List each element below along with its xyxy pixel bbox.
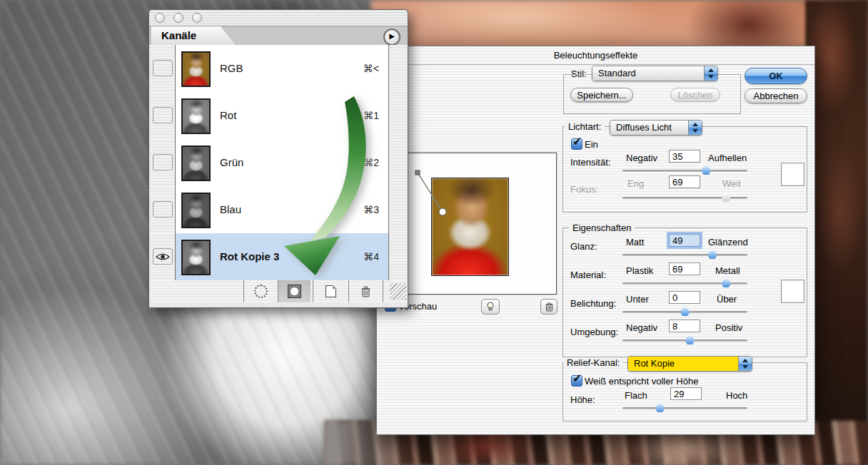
visibility-toggle[interactable] xyxy=(153,201,173,218)
slider-thumb-icon[interactable] xyxy=(680,307,690,316)
popup-stepper-icon xyxy=(738,357,752,371)
window-close-button[interactable] xyxy=(155,13,165,23)
exposure-input[interactable] xyxy=(669,291,700,304)
palette-menu-button[interactable]: ▶ xyxy=(383,29,400,46)
intensity-min-label: Negativ xyxy=(626,153,657,163)
palette-tab-row: Kanäle ▶ xyxy=(149,26,408,46)
focus-label: Fokus: xyxy=(570,184,598,195)
load-selection-button[interactable] xyxy=(243,280,278,302)
gloss-max-label: Glänzend xyxy=(708,237,748,247)
new-channel-button[interactable] xyxy=(313,280,348,302)
channel-label: Grün xyxy=(220,156,243,168)
trash-icon xyxy=(545,302,553,312)
texture-channel-popup[interactable]: Rot Kopie xyxy=(627,356,752,372)
focus-input[interactable] xyxy=(669,175,700,188)
ambience-max-label: Positiv xyxy=(715,322,742,333)
channel-label: RGB xyxy=(220,62,243,74)
visibility-toggle[interactable] xyxy=(153,107,173,123)
light-handle[interactable] xyxy=(439,208,446,215)
light-on-checkbox[interactable]: ✓ xyxy=(571,138,582,150)
slider-thumb-icon[interactable] xyxy=(722,193,731,202)
save-selection-button[interactable] xyxy=(278,280,311,302)
lighting-effects-dialog: Beleuchtungseffekte ✓ Vorschau xyxy=(376,46,815,435)
save-button[interactable]: Speichern... xyxy=(570,88,633,102)
eye-icon xyxy=(156,252,170,261)
height-input[interactable] xyxy=(670,387,702,400)
slider-thumb-icon[interactable] xyxy=(655,403,665,412)
channel-thumbnail xyxy=(181,51,211,87)
light-color-swatch[interactable] xyxy=(781,163,804,186)
visibility-cell[interactable] xyxy=(149,92,176,139)
popup-stepper-icon xyxy=(704,66,717,81)
white-is-high-label: Weiß entspricht voller Höhe xyxy=(585,376,698,387)
texture-channel-label: Relief-Kanal: xyxy=(563,357,623,368)
visibility-toggle[interactable] xyxy=(153,154,173,170)
dialog-title: Beleuchtungseffekte xyxy=(377,50,814,61)
channel-thumbnail xyxy=(181,193,211,228)
light-on-label: Ein xyxy=(585,139,598,150)
material-max-label: Metall xyxy=(715,265,740,276)
ambience-slider[interactable] xyxy=(622,335,747,345)
delete-button[interactable]: Löschen xyxy=(670,88,720,102)
focus-max-label: Weit xyxy=(722,178,741,189)
load-selection-icon xyxy=(254,285,268,298)
cancel-button[interactable]: Abbrechen xyxy=(745,88,807,103)
visibility-toggle[interactable] xyxy=(153,248,173,265)
height-slider[interactable] xyxy=(622,403,747,413)
gloss-label: Glanz: xyxy=(570,241,597,252)
palette-menu-icon: ▶ xyxy=(389,32,395,40)
light-direction-overlay xyxy=(388,153,556,294)
slider-thumb-icon[interactable] xyxy=(702,165,711,175)
channel-label: Rot xyxy=(220,109,236,121)
intensity-max-label: Aufhellen xyxy=(708,153,747,163)
material-label: Material: xyxy=(570,270,606,280)
channel-row-rgb[interactable]: RGB ⌘< xyxy=(149,45,388,93)
style-popup[interactable]: Standard xyxy=(592,66,718,81)
light-type-popup[interactable]: Diffuses Licht xyxy=(610,120,702,136)
title-separator xyxy=(377,64,814,65)
exposure-label: Belichtung: xyxy=(570,298,616,309)
intensity-label: Intensität: xyxy=(570,157,610,168)
focus-min-label: Eng xyxy=(627,178,644,189)
slider-thumb-icon[interactable] xyxy=(708,250,717,259)
material-min-label: Plastik xyxy=(626,265,653,276)
palette-resize-corner[interactable] xyxy=(383,280,408,302)
material-color-swatch[interactable] xyxy=(781,280,804,303)
visibility-toggle[interactable] xyxy=(153,60,173,76)
new-channel-icon xyxy=(326,285,336,297)
intensity-slider[interactable] xyxy=(622,165,747,175)
ambience-min-label: Negativ xyxy=(626,322,657,333)
visibility-cell[interactable] xyxy=(149,186,176,233)
focus-slider[interactable] xyxy=(622,193,747,203)
slider-thumb-icon[interactable] xyxy=(685,335,695,344)
material-input[interactable] xyxy=(669,262,700,275)
window-minimize-button[interactable] xyxy=(173,13,183,23)
texture-channel-groupbox: Relief-Kanal: Rot Kopie ✓ Weiß entsprich… xyxy=(562,362,807,421)
slider-thumb-icon[interactable] xyxy=(722,278,731,287)
palette-toolbar xyxy=(149,280,408,302)
popup-stepper-icon xyxy=(688,121,702,135)
height-min-label: Flach xyxy=(625,390,647,401)
palette-titlebar[interactable] xyxy=(149,10,408,26)
ok-button[interactable]: OK xyxy=(745,68,807,84)
delete-channel-button[interactable] xyxy=(348,280,383,302)
exposure-min-label: Unter xyxy=(626,294,649,305)
channel-thumbnail xyxy=(181,240,211,275)
gloss-input[interactable] xyxy=(669,234,700,247)
preview-area xyxy=(388,153,557,295)
intensity-input[interactable] xyxy=(669,150,700,163)
exposure-slider[interactable] xyxy=(622,307,747,317)
material-slider[interactable] xyxy=(622,278,747,288)
visibility-cell[interactable] xyxy=(149,139,176,186)
channel-label: Rot Kopie 3 xyxy=(220,250,279,262)
properties-label: Eigenschaften xyxy=(569,223,635,233)
visibility-cell[interactable] xyxy=(149,45,176,92)
gloss-slider[interactable] xyxy=(622,250,747,260)
delete-light-button[interactable] xyxy=(540,299,557,315)
tab-channels[interactable]: Kanäle xyxy=(151,26,236,45)
white-is-high-checkbox[interactable]: ✓ xyxy=(571,375,582,387)
add-light-button[interactable] xyxy=(481,299,500,315)
ambience-input[interactable] xyxy=(669,320,700,332)
visibility-cell[interactable] xyxy=(149,233,176,280)
window-zoom-button[interactable] xyxy=(192,13,202,23)
